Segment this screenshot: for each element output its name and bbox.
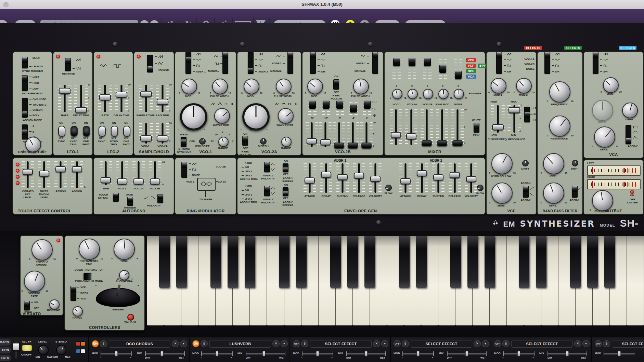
adsr1-attack-slider[interactable]: [305, 163, 315, 193]
mixer-ringmod-route-switch[interactable]: [440, 59, 446, 79]
mixer-vco2b-level[interactable]: [422, 109, 432, 145]
vco2a-mod-source-switch[interactable]: [248, 52, 254, 74]
fx1-name[interactable]: DCO CHORUS: [109, 340, 170, 348]
mixer-vco2b-route-switch[interactable]: [424, 59, 430, 79]
vibrato-amount-knob[interactable]: 010: [31, 239, 53, 260]
vco2b-kybd-follow-switch[interactable]: [333, 79, 339, 90]
tab-keyboard-partial[interactable]: OARD: [0, 339, 11, 346]
fx1-power-button[interactable]: ON: [92, 340, 99, 347]
adsr1-sustain-slider[interactable]: [337, 163, 348, 193]
adsr1-slow-trim[interactable]: [385, 185, 392, 191]
vcf-adsr-select-switch[interactable]: [523, 186, 529, 198]
vco2b-16-level-slider[interactable]: [320, 122, 331, 147]
autobend-touch-switch[interactable]: [113, 193, 119, 202]
vco2b-pulse-width-knob[interactable]: 010: [353, 79, 369, 94]
fx1-remove-button[interactable]: ✕: [172, 340, 179, 347]
autobend-trigger-switch[interactable]: [127, 197, 133, 206]
vco1-mod-source-switch[interactable]: [185, 52, 191, 74]
vco2b-mod-knob[interactable]: 010: [307, 79, 323, 94]
fx-stereo-knob[interactable]: [56, 345, 66, 355]
fx4-solo-button[interactable]: S: [402, 340, 409, 347]
black-key[interactable]: [467, 236, 478, 288]
black-key[interactable]: [519, 236, 529, 288]
fx4-remove-button[interactable]: ✕: [474, 340, 481, 347]
sample-hold-source-switch[interactable]: [147, 55, 153, 72]
vco1-pw-source-switch[interactable]: [222, 52, 228, 74]
vco1-range-knob[interactable]: [218, 137, 229, 147]
lfo2-rate-slider[interactable]: [99, 85, 111, 112]
fx3-power-button[interactable]: OFF: [293, 340, 300, 347]
fx-matrix-blue[interactable]: [76, 349, 80, 353]
vco2b-4-wave-switch[interactable]: [350, 102, 357, 116]
fx1-solo-button[interactable]: S: [100, 340, 107, 347]
autobend-time-slider[interactable]: [101, 161, 111, 185]
ringmod-source-switch[interactable]: [181, 162, 187, 178]
lfo1-one-shot-button[interactable]: [83, 126, 90, 137]
lfo1-reverse-switch[interactable]: [65, 58, 71, 71]
fx5-mix-slider[interactable]: [548, 353, 587, 354]
vco2a-pw-source-switch[interactable]: [287, 52, 293, 74]
pan-ringmod-knob[interactable]: LR: [438, 89, 449, 99]
lfo1-delay-slider[interactable]: [75, 85, 87, 112]
vco2b-pw-source-switch[interactable]: [372, 52, 378, 74]
vco2b-2-level-slider[interactable]: [361, 122, 372, 147]
mixer-noise-route-switch[interactable]: [455, 59, 461, 79]
vco2a-wave-form-knob[interactable]: [278, 108, 294, 124]
touch-mixer-slider[interactable]: [39, 161, 49, 188]
pan-vco1-knob[interactable]: LR: [392, 89, 402, 99]
vco1-osc-drift-trim[interactable]: [199, 138, 206, 145]
adsr1-decay-slider[interactable]: [321, 163, 331, 193]
adsr2-release-slider[interactable]: [450, 163, 460, 193]
adsr2-decay-slider[interactable]: [417, 163, 427, 193]
fx3-dropdown-button[interactable]: ▼: [381, 340, 388, 347]
vca-adsr2-switch[interactable]: [626, 125, 631, 144]
mixer-ringmod-level[interactable]: [437, 109, 447, 145]
fx6-power-button[interactable]: OFF: [595, 340, 602, 347]
vca-hold-knob[interactable]: [592, 100, 613, 121]
lfo1-rate-slider[interactable]: [59, 85, 70, 112]
sample-time-slider[interactable]: [140, 85, 152, 112]
black-key[interactable]: [536, 236, 546, 288]
pitch-bender[interactable]: [96, 288, 140, 307]
fx2-remove-button[interactable]: ✕: [272, 340, 280, 347]
fx1-mod-slider[interactable]: [101, 353, 132, 354]
autobend-vco2a-slider[interactable]: [133, 161, 144, 185]
vco2b-2-wave-switch[interactable]: [364, 102, 370, 116]
voice-count-switch[interactable]: [22, 124, 28, 139]
bpf-drift-trim[interactable]: [572, 160, 578, 166]
tab-animation-partial[interactable]: TION: [0, 347, 11, 353]
fx4-dropdown-button[interactable]: ▼: [482, 340, 489, 347]
fx2-solo-button[interactable]: S: [201, 340, 208, 347]
effects-badge-red[interactable]: EFFECTS: [524, 46, 542, 50]
fx-matrix-white[interactable]: [81, 349, 85, 353]
fx2-dropdown-button[interactable]: ▼: [281, 340, 288, 347]
fx5-mod-slider[interactable]: [503, 353, 534, 354]
fx5-solo-button[interactable]: S: [502, 340, 510, 347]
vcf-mod1-knob[interactable]: 010: [491, 78, 506, 94]
fx-matrix-red[interactable]: [76, 341, 80, 346]
fx6-name[interactable]: SELECT EFFECT: [612, 340, 644, 348]
vco2a-b-pitch-trim[interactable]: [260, 138, 267, 145]
fx4-power-button[interactable]: OFF: [394, 340, 401, 347]
sh-to-vco2a-slider[interactable]: [157, 123, 168, 144]
lfo2-delay-slider[interactable]: [116, 85, 127, 112]
kybd-trigger-switch[interactable]: [22, 57, 28, 68]
black-key[interactable]: [485, 236, 495, 288]
black-key[interactable]: [176, 236, 187, 288]
vco2b-32-level-slider[interactable]: [307, 122, 317, 147]
fx5-name[interactable]: SELECT EFFECT: [511, 340, 573, 348]
effects-badge-cyan[interactable]: EFFECTS: [619, 46, 636, 50]
vca-mod-source-switch[interactable]: [593, 52, 598, 74]
tab-effects-partial[interactable]: ECTS: [0, 355, 11, 361]
lfo2-one-shot-button[interactable]: [123, 126, 130, 137]
lfo1-kybd-trig-button[interactable]: [70, 126, 78, 137]
effects-badge-green[interactable]: EFFECTS: [564, 46, 582, 50]
adsr1-release-slider[interactable]: [354, 163, 364, 193]
vcf-mod2-knob[interactable]: 010: [516, 78, 532, 94]
fx4-name[interactable]: SELECT EFFECT: [411, 340, 472, 348]
black-key[interactable]: [399, 236, 410, 288]
pan-vco2a-knob[interactable]: LR: [408, 89, 418, 99]
vcf-filter-mode-switch[interactable]: [524, 107, 530, 122]
adsr1-velocity-slider[interactable]: [370, 163, 381, 193]
fx-matrix-orange[interactable]: [81, 341, 85, 346]
